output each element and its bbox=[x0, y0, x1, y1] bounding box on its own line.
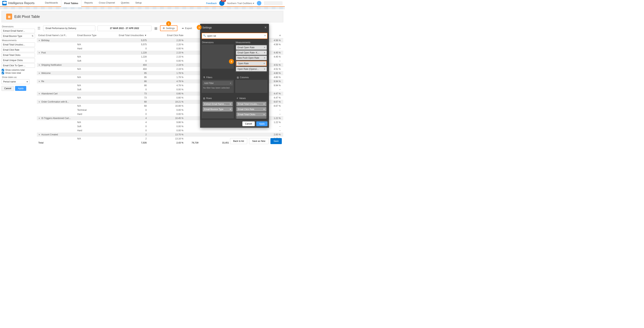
main-tabs: Dashboards Pivot Tables Reports Cross-Ch… bbox=[42, 0, 144, 7]
col-header[interactable]: Extract Email Name's 1st P... bbox=[37, 32, 76, 38]
pivot-table-icon: ▦ bbox=[6, 14, 12, 20]
save-button[interactable]: Save bbox=[270, 138, 282, 144]
result-item[interactable]: Open Rate (Opens/...+ bbox=[236, 67, 267, 71]
no-filter-text: No filter has been selected bbox=[203, 86, 233, 90]
result-item-open-rate[interactable]: Open Rate+ bbox=[236, 61, 267, 66]
row-chip[interactable]: Extract Email Name...✕ bbox=[203, 102, 233, 106]
remove-icon[interactable]: ✕ bbox=[263, 103, 265, 105]
settings-apply-button[interactable]: Apply bbox=[256, 121, 268, 126]
remove-icon[interactable]: ✕ bbox=[230, 108, 231, 110]
result-item[interactable]: New Push Open Rate+ bbox=[236, 56, 267, 60]
org-selector[interactable]: Northern Trail Outfitters ▾ bbox=[227, 2, 254, 5]
pager: ⏮ ◀ 1 2 3 ▶ ⏭ ⏸ 1 - 24 of 58 items bbox=[37, 145, 283, 146]
value-chip[interactable]: Email Total Unsubs...✕ bbox=[236, 102, 266, 106]
plus-icon: + bbox=[230, 82, 231, 84]
result-item[interactable]: Email Open Rate- K...+ bbox=[236, 50, 267, 55]
settings-button[interactable]: ⚙Settings bbox=[160, 25, 178, 31]
search-icon: 🔍 bbox=[203, 34, 206, 37]
share-icon: ➦ bbox=[182, 27, 184, 30]
measurements-header: Measurements bbox=[235, 40, 268, 44]
clear-icon[interactable]: ✕ bbox=[264, 34, 266, 37]
values-icon: # bbox=[237, 97, 238, 100]
close-icon[interactable]: ✕ bbox=[264, 26, 267, 29]
table-row[interactable]: Hard00.00 %-- bbox=[37, 128, 283, 132]
measurements-label: Measurements bbox=[2, 39, 34, 42]
calendar-icon[interactable]: ▦ bbox=[154, 26, 158, 30]
svg-point-0 bbox=[2, 2, 7, 4]
dimensions-header: Dimensions bbox=[202, 40, 234, 44]
show-rows-total[interactable]: Show rows total bbox=[2, 72, 35, 74]
columns-dropzone[interactable] bbox=[235, 80, 268, 93]
tab-setup[interactable]: Setup bbox=[132, 0, 144, 7]
meas-pill[interactable]: Email Click To Open ... bbox=[2, 63, 35, 68]
meas-pill[interactable]: Email Total Clicks bbox=[2, 53, 35, 57]
remove-icon[interactable]: ✕ bbox=[230, 103, 231, 105]
left-panel: Dimensions Extract Email Name'... Email … bbox=[2, 24, 35, 146]
row-chip[interactable]: Email Bounce Type✕ bbox=[203, 107, 233, 112]
col-header[interactable]: Email Click Rate bbox=[149, 32, 186, 38]
plus-icon: + bbox=[264, 46, 265, 49]
plus-icon: + bbox=[264, 62, 265, 65]
meas-pill[interactable]: Email Total Unsubsc... bbox=[2, 42, 35, 47]
save-as-new-button[interactable]: Save as New bbox=[249, 138, 268, 144]
left-apply-button[interactable]: Apply bbox=[15, 86, 26, 91]
callout-1: 1 bbox=[166, 21, 171, 26]
list-icon[interactable]: ☰ bbox=[37, 26, 41, 30]
tab-pivot-tables[interactable]: Pivot Tables bbox=[61, 0, 82, 7]
tab-queries[interactable]: Queries bbox=[118, 0, 132, 7]
filters-header: Filters bbox=[206, 76, 212, 79]
salesforce-logo bbox=[2, 1, 7, 6]
chevron-down-icon: ▾ bbox=[26, 80, 28, 83]
user-avatar[interactable] bbox=[257, 1, 261, 6]
notification-icon[interactable]: 99+ bbox=[219, 0, 224, 6]
date-range-field[interactable]: 27 MAR 2022 - 27 APR 2022 bbox=[98, 26, 152, 31]
value-chip[interactable]: Email Unique Clicks✕ bbox=[236, 118, 266, 118]
add-filter-button[interactable]: Add Filter+ bbox=[203, 81, 233, 86]
rows-icon: ▤ bbox=[203, 97, 205, 100]
plus-icon: + bbox=[264, 68, 265, 70]
notification-badge: 99+ bbox=[221, 0, 226, 2]
dimensions-results bbox=[202, 44, 234, 69]
columns-icon: ▥ bbox=[237, 76, 239, 79]
col-header[interactable]: Email Bounce Type bbox=[76, 32, 112, 38]
rows-header: Rows bbox=[206, 97, 212, 100]
settings-search-input[interactable] bbox=[202, 33, 268, 39]
remove-icon[interactable]: ✕ bbox=[263, 108, 265, 110]
table-row[interactable]: ▼Account Created213.70 %2.83 % bbox=[37, 132, 283, 137]
tab-reports[interactable]: Reports bbox=[81, 0, 96, 7]
feedback-link[interactable]: Feedback bbox=[206, 2, 217, 5]
values-header: Values bbox=[239, 97, 246, 100]
col-header[interactable]: Email Total Unsubscribes ▼ bbox=[112, 32, 149, 38]
dimensions-label: Dimensions bbox=[2, 25, 34, 28]
tab-cross-channel[interactable]: Cross-Channel bbox=[96, 0, 118, 7]
settings-panel: Settings ✕ 2 🔍 ✕ Dimensions Measurements… bbox=[200, 24, 269, 128]
result-item[interactable]: Email Open Rate+ bbox=[236, 45, 267, 50]
app-title: Intelligence Reports bbox=[8, 2, 34, 5]
plus-icon: + bbox=[264, 52, 265, 54]
value-chip[interactable]: Email Total Clicks✕ bbox=[236, 112, 266, 117]
callout-3: 3 bbox=[229, 59, 234, 64]
meas-pill[interactable]: Email Click Rate bbox=[2, 48, 35, 52]
left-cancel-button[interactable]: Cancel bbox=[2, 86, 14, 91]
measurements-results: Email Open Rate+ Email Open Rate- K...+ … bbox=[235, 44, 268, 72]
show-columns-total[interactable]: Show columns total bbox=[2, 68, 35, 72]
export-button[interactable]: ➦Export bbox=[180, 26, 194, 31]
dates-select[interactable]: Period name▾ bbox=[2, 79, 30, 84]
value-chip[interactable]: Email Click Rate✕ bbox=[236, 107, 266, 112]
report-name-field[interactable]: Email Performance by Delivery bbox=[43, 26, 95, 31]
dim-pill[interactable]: Extract Email Name'... bbox=[2, 29, 35, 33]
gear-icon: ⚙ bbox=[163, 27, 165, 30]
decorative-band bbox=[0, 7, 285, 9]
back-to-list-button[interactable]: Back to list bbox=[230, 138, 247, 144]
settings-title: Settings bbox=[202, 26, 212, 29]
tab-dashboards[interactable]: Dashboards bbox=[42, 0, 61, 7]
global-search[interactable] bbox=[264, 1, 282, 5]
sort-desc-icon: ▼ bbox=[144, 34, 147, 37]
dates-label: Show dates as: bbox=[2, 76, 34, 78]
col-header[interactable]: e bbox=[268, 32, 283, 38]
meas-pill[interactable]: Email Unique Clicks bbox=[2, 58, 35, 62]
settings-cancel-button[interactable]: Cancel bbox=[242, 121, 255, 126]
filter-icon[interactable]: ⚗ bbox=[32, 35, 34, 38]
dim-pill[interactable]: Email Bounce Type⚗ bbox=[2, 34, 35, 38]
remove-icon[interactable]: ✕ bbox=[263, 113, 265, 116]
